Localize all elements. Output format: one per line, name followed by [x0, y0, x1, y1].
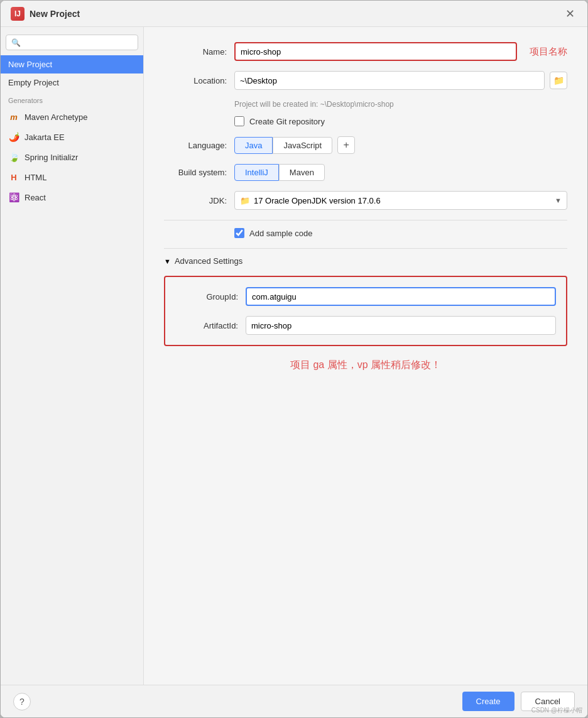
search-box[interactable]: 🔍: [6, 35, 138, 50]
build-label: Build system:: [164, 168, 227, 177]
react-icon: ⚛️: [8, 192, 19, 203]
create-button[interactable]: Create: [462, 692, 514, 711]
sidebar-item-new-project[interactable]: New Project: [1, 55, 143, 73]
sidebar-item-spring-initializr[interactable]: 🍃 Spring Initializr: [1, 147, 143, 167]
title-bar: IJ New Project ✕: [1, 1, 587, 27]
groupid-input[interactable]: [246, 287, 556, 306]
divider: [164, 220, 567, 220]
build-toggle-group: IntelliJ Maven: [234, 164, 325, 181]
language-control: Java JavaScript +: [234, 136, 567, 154]
build-control: IntelliJ Maven: [234, 164, 567, 181]
search-icon: 🔍: [11, 38, 21, 47]
jdk-folder-icon: 📁: [240, 196, 250, 205]
spring-icon: 🍃: [8, 151, 19, 163]
git-checkbox-label: Create Git repository: [249, 117, 325, 126]
jdk-chevron-icon: ▼: [555, 197, 562, 204]
intellij-button[interactable]: IntelliJ: [234, 164, 279, 181]
sidebar-item-empty-project[interactable]: Empty Project: [1, 73, 143, 92]
sidebar-item-jakarta-ee[interactable]: 🌶️ Jakarta EE: [1, 127, 143, 147]
build-system-row: Build system: IntelliJ Maven: [164, 164, 567, 181]
groupid-row: GroupId:: [175, 287, 556, 306]
language-label: Language:: [164, 141, 227, 150]
watermark: CSDN @柠檬小帽: [531, 706, 582, 715]
location-label: Location:: [164, 76, 227, 85]
artifactid-row: ArtifactId:: [175, 316, 556, 335]
name-input[interactable]: [234, 42, 517, 61]
name-annotation: 项目名称: [530, 46, 567, 58]
location-row: Location: 📁: [164, 71, 567, 90]
sidebar-maven-label: Maven Archetype: [24, 112, 87, 122]
name-row: Name: 项目名称: [164, 42, 567, 61]
search-input[interactable]: [24, 38, 133, 47]
generators-label: Generators: [1, 92, 143, 107]
sample-code-checkbox[interactable]: [234, 228, 244, 238]
jakarta-ee-icon: 🌶️: [8, 131, 19, 143]
sidebar-html-label: HTML: [24, 173, 46, 182]
advanced-label: Advanced Settings: [175, 256, 242, 266]
title-bar-left: IJ New Project: [11, 7, 80, 21]
jdk-row: JDK: 📁 17 Oracle OpenJDK version 17.0.6 …: [164, 191, 567, 210]
sidebar-item-html[interactable]: H HTML: [1, 167, 143, 187]
sidebar-jakarta-label: Jakarta EE: [24, 133, 65, 142]
sample-code-label: Add sample code: [249, 229, 312, 238]
html-icon: H: [8, 171, 19, 183]
jdk-label: JDK:: [164, 196, 227, 205]
language-row: Language: Java JavaScript +: [164, 136, 567, 154]
name-label: Name:: [164, 47, 227, 57]
help-button[interactable]: ?: [13, 693, 31, 710]
location-input[interactable]: [234, 71, 545, 90]
divider-2: [164, 248, 567, 249]
dialog-title: New Project: [30, 9, 80, 19]
close-button[interactable]: ✕: [562, 6, 577, 21]
jdk-value: 17 Oracle OpenJDK version 17.0.6: [254, 196, 381, 205]
location-control: 📁: [234, 71, 567, 90]
artifactid-input[interactable]: [246, 316, 556, 335]
git-checkbox-row: Create Git repository: [234, 116, 567, 126]
maven-button[interactable]: Maven: [279, 164, 325, 181]
artifactid-label: ArtifactId:: [175, 321, 238, 330]
groupid-label: GroupId:: [175, 292, 238, 302]
groupid-control: [246, 287, 556, 306]
sidebar-item-react[interactable]: ⚛️ React: [1, 187, 143, 207]
main-panel: Name: 项目名称 Location: 📁 Project will be c…: [144, 27, 587, 685]
advanced-settings-box: GroupId: ArtifactId:: [164, 276, 567, 346]
maven-archetype-icon: m: [8, 111, 19, 122]
location-hint: Project will be created in: ~\Desktop\mi…: [234, 100, 567, 109]
sidebar-spring-label: Spring Initializr: [24, 153, 78, 162]
sidebar-empty-project-label: Empty Project: [8, 78, 59, 87]
jdk-dropdown[interactable]: 📁 17 Oracle OpenJDK version 17.0.6 ▼: [234, 191, 567, 210]
bottom-bar: ? Create Cancel: [1, 685, 587, 717]
javascript-button[interactable]: JavaScript: [273, 137, 332, 154]
collapse-icon: ▼: [164, 258, 171, 265]
sidebar-new-project-label: New Project: [8, 60, 52, 69]
jdk-control: 📁 17 Oracle OpenJDK version 17.0.6 ▼: [234, 191, 567, 210]
git-checkbox[interactable]: [234, 116, 244, 126]
app-icon: IJ: [11, 7, 24, 21]
sidebar-item-maven-archetype[interactable]: m Maven Archetype: [1, 107, 143, 127]
name-control: 项目名称: [234, 42, 567, 61]
sample-code-row: Add sample code: [234, 228, 567, 238]
language-toggle-group: Java JavaScript: [234, 137, 332, 154]
new-project-dialog: IJ New Project ✕ 🔍 New Project Empty Pro…: [0, 0, 588, 718]
java-button[interactable]: Java: [234, 137, 273, 154]
sidebar: 🔍 New Project Empty Project Generators m…: [1, 27, 144, 685]
add-language-button[interactable]: +: [337, 136, 355, 154]
jdk-value-left: 📁 17 Oracle OpenJDK version 17.0.6: [240, 196, 381, 205]
advanced-header[interactable]: ▼ Advanced Settings: [164, 256, 567, 266]
advanced-annotation: 项目 ga 属性，vp 属性稍后修改！: [164, 359, 567, 372]
main-content: 🔍 New Project Empty Project Generators m…: [1, 27, 587, 685]
sidebar-react-label: React: [24, 193, 46, 202]
artifactid-control: [246, 316, 556, 335]
folder-button[interactable]: 📁: [550, 72, 567, 89]
